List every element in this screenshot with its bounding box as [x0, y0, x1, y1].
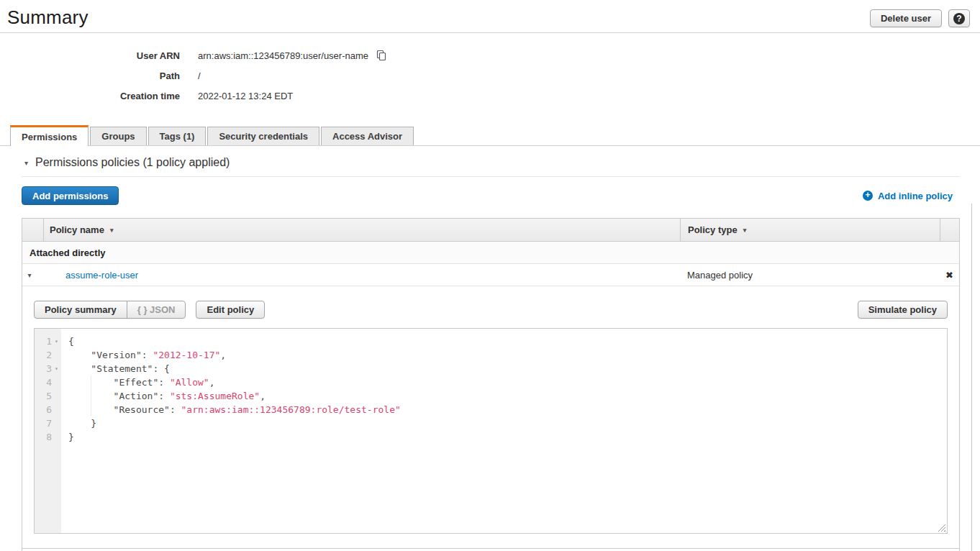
- line-number: 7: [35, 416, 61, 430]
- path-label: Path: [0, 70, 180, 81]
- help-icon: ?: [953, 13, 965, 24]
- info-row-user-arn: User ARN arn:aws:iam::123456789:user/use…: [0, 45, 980, 65]
- line-number: 6: [35, 403, 61, 416]
- actions-column-header: [940, 219, 959, 241]
- delete-user-button[interactable]: Delete user: [870, 9, 942, 27]
- policy-type-header-label: Policy type: [688, 224, 738, 235]
- user-info-panel: User ARN arn:aws:iam::123456789:user/use…: [0, 33, 980, 114]
- tab-security-credentials[interactable]: Security credentials: [207, 127, 319, 145]
- policy-detail-panel: Policy summary { } JSON Edit policy Simu…: [22, 286, 959, 549]
- policy-view-toolbar: Policy summary { } JSON Edit policy Simu…: [34, 301, 948, 319]
- policies-table: Policy name ▾ Policy type ▾ Attached dir…: [22, 218, 960, 551]
- tab-bar: Permissions Groups Tags (1) Security cre…: [0, 125, 980, 146]
- code-line: "Action": "sts:AssumeRole",: [68, 389, 947, 403]
- policy-name-column-header[interactable]: Policy name ▾: [44, 219, 680, 241]
- permissions-toolbar: Add permissions + Add inline policy: [22, 186, 960, 205]
- user-arn-value-wrap: arn:aws:iam::123456789:user/user-name: [198, 50, 387, 61]
- creation-time-label: Creation time: [0, 91, 180, 101]
- path-value: /: [198, 70, 201, 81]
- permissions-policies-section-header[interactable]: ▾ Permissions policies (1 policy applied…: [24, 156, 960, 169]
- policy-row-assume-role-user: ▾ assume-role-user Managed policy ✖: [22, 264, 959, 286]
- expander-column-header: [22, 219, 44, 241]
- code-line: }: [68, 430, 947, 444]
- info-row-path: Path /: [0, 65, 980, 86]
- row-expander-icon[interactable]: ▾: [27, 271, 31, 279]
- tab-tags[interactable]: Tags (1): [148, 127, 207, 145]
- tab-access-advisor[interactable]: Access Advisor: [321, 127, 414, 145]
- creation-time-value: 2022-01-12 13:24 EDT: [198, 91, 293, 101]
- table-header-row: Policy name ▾ Policy type ▾: [22, 219, 959, 242]
- line-number: 5: [35, 389, 61, 403]
- code-line: "Resource": "arn:aws:iam::123456789:role…: [68, 403, 947, 416]
- json-policy-editor[interactable]: 1▾23▾45678 { "Version": "2012-10-17", "S…: [34, 328, 948, 534]
- code-line: {: [68, 334, 947, 348]
- code-line: }: [68, 416, 947, 430]
- code-line: "Statement": {: [68, 362, 947, 375]
- section-divider: [22, 176, 960, 177]
- header-actions: Delete user ?: [870, 9, 970, 27]
- add-inline-policy-label: Add inline policy: [878, 191, 953, 201]
- policy-type-column-header[interactable]: Policy type ▾: [680, 219, 940, 241]
- editor-code-area[interactable]: { "Version": "2012-10-17", "Statement": …: [61, 329, 947, 533]
- line-number: 4: [35, 375, 61, 389]
- fold-icon[interactable]: ▾: [52, 362, 61, 375]
- policy-name-header-label: Policy name: [50, 224, 104, 235]
- simulate-policy-button[interactable]: Simulate policy: [858, 301, 948, 319]
- attached-directly-group-row: Attached directly: [22, 242, 959, 264]
- edit-policy-button[interactable]: Edit policy: [196, 301, 265, 319]
- line-number: 3▾: [35, 362, 61, 375]
- permissions-tab-content: ▾ Permissions policies (1 policy applied…: [22, 156, 960, 551]
- remove-policy-icon[interactable]: ✖: [945, 270, 953, 281]
- right-rail-divider: [971, 204, 972, 551]
- code-line: "Version": "2012-10-17",: [68, 348, 947, 362]
- editor-line-number-gutter: 1▾23▾45678: [35, 329, 61, 533]
- add-permissions-button[interactable]: Add permissions: [22, 186, 119, 205]
- section-title: Permissions policies (1 policy applied): [35, 156, 230, 169]
- plus-icon: +: [863, 191, 873, 201]
- line-number: 1▾: [35, 334, 61, 348]
- line-number: 2: [35, 348, 61, 362]
- help-button[interactable]: ?: [948, 9, 970, 27]
- json-view-button[interactable]: { } JSON: [127, 301, 186, 319]
- policy-summary-button[interactable]: Policy summary: [34, 301, 127, 319]
- policy-type-cell: Managed policy: [680, 270, 940, 281]
- sort-icon[interactable]: ▾: [110, 227, 114, 234]
- policy-view-switcher: Policy summary { } JSON: [34, 301, 186, 319]
- page-title: Summary: [7, 6, 89, 29]
- sort-icon[interactable]: ▾: [743, 227, 747, 234]
- tab-groups[interactable]: Groups: [90, 127, 146, 145]
- info-row-creation-time: Creation time 2022-01-12 13:24 EDT: [0, 86, 980, 106]
- page-header: Summary Delete user ?: [0, 0, 980, 33]
- iam-user-summary-page: Summary Delete user ? User ARN arn:aws:i…: [0, 0, 980, 551]
- policy-name-link[interactable]: assume-role-user: [65, 270, 138, 281]
- add-inline-policy-link[interactable]: + Add inline policy: [863, 191, 953, 201]
- user-arn-label: User ARN: [0, 50, 180, 61]
- line-number: 8: [35, 430, 61, 444]
- fold-icon[interactable]: ▾: [52, 334, 61, 348]
- indent-guide: [91, 375, 91, 416]
- copy-icon[interactable]: [376, 50, 387, 61]
- collapse-icon: ▾: [24, 159, 28, 167]
- tab-permissions[interactable]: Permissions: [10, 125, 89, 146]
- code-line: "Effect": "Allow",: [68, 375, 947, 389]
- user-arn-value: arn:aws:iam::123456789:user/user-name: [198, 50, 368, 61]
